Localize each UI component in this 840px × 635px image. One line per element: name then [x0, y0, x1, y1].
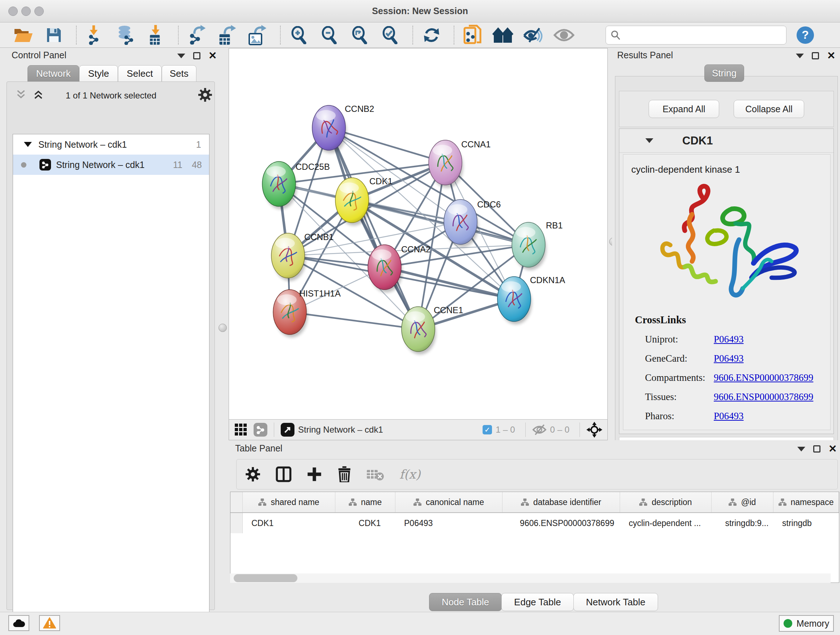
panel-float-icon[interactable] — [812, 52, 819, 59]
show-all-icon[interactable] — [554, 25, 575, 46]
cdk1-section-header[interactable]: CDK1 — [619, 129, 834, 153]
tab-network-table[interactable]: Network Table — [573, 593, 658, 611]
zoom-fit-icon[interactable] — [349, 25, 370, 46]
column-header--id[interactable]: @id — [712, 492, 774, 512]
table-cell-shared-name[interactable]: CDK1 — [243, 518, 335, 528]
network-edge[interactable] — [329, 128, 418, 329]
scrollbar-thumb[interactable] — [234, 574, 297, 582]
network-node-cdk1[interactable] — [335, 178, 370, 226]
create-column-plus-icon[interactable] — [307, 467, 322, 482]
network-node-cdkn1a[interactable] — [497, 277, 532, 325]
network-node-rb1[interactable] — [512, 222, 546, 270]
table-cell-canonical-name[interactable]: P06493 — [395, 518, 502, 528]
import-network-file-icon[interactable] — [85, 25, 106, 46]
cloud-status-button[interactable] — [8, 615, 29, 631]
network-options-gear-icon[interactable] — [198, 88, 212, 103]
tree-expander-icon[interactable] — [24, 142, 32, 147]
table-horizontal-scrollbar[interactable] — [230, 573, 831, 583]
table-cell-description[interactable]: cyclin-dependent ... — [620, 518, 712, 528]
crosslink-value[interactable]: P06493 — [714, 353, 744, 364]
export-table-icon[interactable] — [217, 25, 238, 46]
network-node-cdc6[interactable] — [444, 200, 478, 247]
zoom-selected-icon[interactable] — [380, 25, 401, 46]
crosslink-value[interactable]: 9606.ENSP00000378699 — [714, 372, 813, 383]
crosslink-value[interactable]: P06493 — [714, 334, 744, 345]
network-row[interactable]: String Network – cdk1 11 48 — [13, 155, 209, 175]
export-network-icon[interactable] — [187, 25, 208, 46]
panel-menu-icon[interactable] — [177, 54, 185, 58]
tab-node-table[interactable]: Node Table — [429, 593, 502, 611]
crosslink-value[interactable]: 9606.ENSP00000378699 — [714, 391, 813, 402]
left-splitter[interactable] — [217, 48, 229, 612]
network-badge-icon[interactable] — [254, 423, 267, 437]
network-canvas[interactable]: CCNB2CCNA1CDC25BCDK1CDC6RB1CCNB1CCNA2CDK… — [229, 49, 607, 419]
tab-sets[interactable]: Sets — [162, 65, 196, 82]
network-node-ccnb2[interactable] — [312, 105, 347, 153]
column-header-shared-name[interactable]: shared name — [243, 492, 335, 512]
zoom-out-icon[interactable] — [319, 25, 340, 46]
crosslink-row: Pharos:P06493 — [635, 410, 813, 422]
column-header-namespace[interactable]: namespace — [774, 492, 839, 512]
tab-style[interactable]: Style — [79, 65, 118, 82]
collapse-all-button[interactable]: Collapse All — [734, 100, 804, 118]
column-header-database-identifier[interactable]: database identifier — [502, 492, 620, 512]
panel-menu-icon[interactable] — [797, 447, 805, 451]
memory-button[interactable]: Memory — [779, 615, 834, 632]
left-splitter-knob[interactable] — [218, 324, 227, 332]
help-icon[interactable]: ? — [797, 27, 814, 44]
export-image-icon[interactable] — [248, 25, 268, 46]
refresh-layout-icon[interactable] — [421, 25, 442, 46]
import-network-database-icon[interactable] — [115, 25, 136, 46]
expand-all-button[interactable]: Expand All — [649, 100, 719, 118]
panel-close-icon[interactable]: ✕ — [829, 445, 837, 453]
table-cell-namespace[interactable]: stringdb — [774, 518, 839, 528]
column-header-name[interactable]: name — [335, 492, 395, 512]
delete-table-icon[interactable] — [367, 468, 384, 481]
network-edge[interactable] — [290, 312, 418, 329]
new-network-from-selection-icon[interactable] — [462, 25, 483, 46]
panel-menu-icon[interactable] — [796, 54, 804, 58]
panel-close-icon[interactable]: ✕ — [827, 52, 835, 59]
search-input[interactable] — [621, 30, 780, 40]
network-node-ccne1[interactable] — [401, 307, 436, 355]
save-session-icon[interactable] — [43, 25, 65, 46]
open-in-window-icon[interactable] — [281, 423, 294, 437]
table-cell-database-identifier[interactable]: 9606.ENSP00000378699 — [502, 518, 620, 528]
first-neighbors-icon[interactable] — [493, 25, 514, 46]
table-cell--id[interactable]: stringdb:9... — [712, 518, 774, 528]
table-row[interactable]: CDK1CDK1P064939606.ENSP00000378699cyclin… — [231, 513, 839, 533]
import-table-file-icon[interactable] — [145, 25, 166, 46]
row-gutter — [231, 513, 243, 533]
network-collection-row[interactable]: String Network – cdk1 1 — [13, 134, 209, 155]
panel-float-icon[interactable] — [193, 52, 201, 59]
network-node-ccnb1[interactable] — [271, 233, 306, 281]
birds-eye-view-icon[interactable] — [586, 422, 602, 438]
hidden-eye-icon[interactable] — [532, 424, 546, 435]
table-options-gear-icon[interactable] — [245, 467, 261, 482]
column-header-description[interactable]: description — [620, 492, 712, 512]
toolbar-separator — [76, 26, 77, 44]
tab-select[interactable]: Select — [118, 65, 162, 82]
network-edges[interactable] — [279, 128, 529, 329]
warning-status-button[interactable] — [39, 615, 60, 631]
panel-close-icon[interactable]: ✕ — [208, 52, 217, 59]
selected-checkbox-icon[interactable]: ✓ — [483, 425, 492, 434]
hide-selected-icon[interactable] — [523, 25, 544, 46]
zoom-in-icon[interactable] — [289, 25, 309, 46]
tab-network[interactable]: Network — [27, 65, 79, 82]
network-node-ccna2[interactable] — [368, 245, 402, 293]
tab-edge-table[interactable]: Edge Table — [501, 593, 574, 611]
table-cell-name[interactable]: CDK1 — [335, 518, 395, 528]
show-columns-icon[interactable] — [276, 466, 292, 482]
search-box[interactable] — [606, 26, 786, 44]
footer-network-name: String Network – cdk1 — [298, 424, 383, 435]
delete-column-trash-icon[interactable] — [337, 466, 352, 482]
panel-float-icon[interactable] — [813, 445, 821, 453]
section-collapse-icon[interactable] — [645, 138, 653, 143]
crosslink-value[interactable]: P06493 — [714, 410, 744, 422]
column-header-canonical-name[interactable]: canonical name — [395, 492, 502, 512]
function-builder-icon[interactable]: f(x) — [399, 467, 420, 481]
grid-view-icon[interactable] — [234, 423, 248, 437]
open-session-icon[interactable] — [13, 25, 34, 46]
tab-string[interactable]: String — [704, 65, 744, 82]
